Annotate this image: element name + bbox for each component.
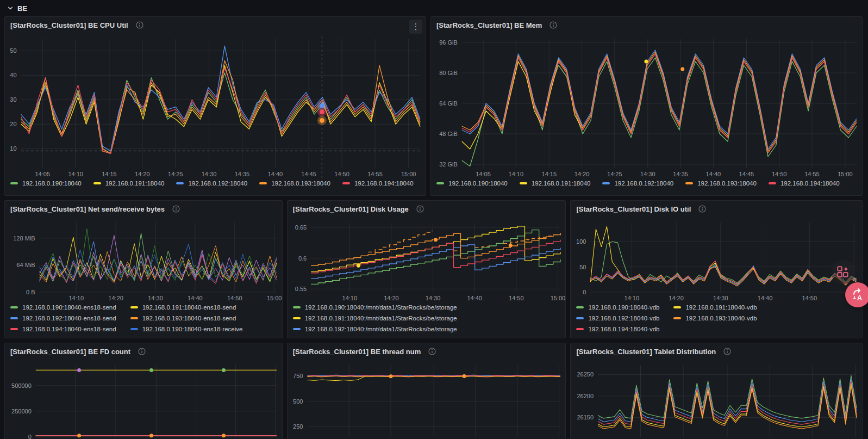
thread-num-chart[interactable]: 250500750 — [288, 360, 566, 439]
legend-item[interactable]: 192.168.0.194:18040-ens18-send — [10, 326, 116, 332]
legend-item[interactable]: 192.168.0.192:18040 — [602, 180, 673, 187]
svg-text:15:00: 15:00 — [267, 295, 282, 301]
legend-item[interactable]: 192.168.0.190:18040-ens18-receive — [130, 326, 243, 332]
disk-io-legend: 192.168.0.190:18040-vdb192.168.0.191:180… — [571, 303, 862, 332]
info-icon[interactable] — [136, 21, 143, 29]
legend-swatch — [576, 317, 584, 319]
legend-swatch — [769, 182, 776, 184]
panel-title[interactable]: [StarRocks_Cluster01] BE thread num — [293, 348, 421, 356]
panel-title[interactable]: [StarRocks_Cluster01] Tablet Distributio… — [576, 348, 716, 356]
panel-be-mem: [StarRocks_Cluster01] BE Mem 14:0514:101… — [430, 16, 863, 196]
svg-text:14:55: 14:55 — [367, 171, 383, 177]
svg-text:14:20: 14:20 — [669, 295, 684, 301]
legend-label: 192.168.0.194:18040-vdb — [588, 326, 659, 332]
svg-text:14:20: 14:20 — [384, 295, 399, 301]
info-icon[interactable] — [549, 21, 557, 29]
legend-item[interactable]: 192.168.0.192:18040-ens18-send — [10, 315, 116, 321]
cpu-util-chart[interactable]: 14:0514:1014:1514:2014:2514:3014:3514:40… — [5, 33, 426, 179]
panel-title[interactable]: [StarRocks_Cluster01] BE Mem — [436, 21, 542, 29]
svg-text:26200: 26200 — [577, 393, 594, 399]
svg-text:50: 50 — [580, 264, 586, 270]
legend-item[interactable]: 192.168.0.191:18040 — [520, 180, 591, 187]
legend-item[interactable]: 192.168.0.191:18040-vdb — [673, 304, 757, 311]
svg-text:14:40: 14:40 — [758, 295, 773, 301]
legend-item[interactable]: 192.168.0.193:18040 — [259, 180, 330, 187]
panel-title[interactable]: [StarRocks_Cluster01] Disk IO util — [576, 205, 691, 213]
svg-text:15:00: 15:00 — [550, 295, 565, 301]
legend-swatch — [576, 328, 584, 330]
legend-item[interactable]: 192.168.0.190:18040 — [10, 180, 82, 187]
info-icon[interactable] — [138, 348, 146, 355]
info-icon[interactable] — [416, 205, 424, 213]
panel-title[interactable]: [StarRocks_Cluster01] BE CPU Util — [10, 21, 128, 29]
legend-item[interactable]: 192.168.0.190:18040 — [436, 180, 508, 187]
mem-chart[interactable]: 14:0514:1014:1514:2014:2514:3014:3514:40… — [431, 33, 862, 179]
legend-item[interactable]: 192.168.0.190:18040-ens18-send — [10, 304, 116, 311]
svg-text:96 GiB: 96 GiB — [439, 39, 458, 46]
panel-title[interactable]: [StarRocks_Cluster01] Net send/receive b… — [10, 205, 165, 213]
panel-title[interactable]: [StarRocks_Cluster01] Disk Usage — [293, 205, 409, 213]
legend-item[interactable]: 192.168.0.192:18040 — [176, 180, 247, 187]
legend-swatch — [436, 182, 444, 184]
svg-text:14:20: 14:20 — [108, 295, 123, 301]
dashboard-grid: [StarRocks_Cluster01] BE CPU Util ⋮ 14:0… — [0, 16, 868, 439]
info-icon[interactable] — [172, 205, 180, 213]
panel-be-thread-num: [StarRocks_Cluster01] BE thread num 2505… — [287, 343, 566, 439]
legend-label: 192.168.0.193:18040 — [697, 180, 757, 187]
disk-io-chart[interactable]: 14:1014:2014:3014:4014:5015:00050100 — [571, 217, 862, 303]
svg-text:14:25: 14:25 — [168, 171, 183, 177]
legend-label: 192.168.0.193:18040-ens18-send — [142, 315, 236, 321]
legend-swatch — [93, 182, 101, 184]
legend-item[interactable]: 192.168.0.194:18040 — [342, 180, 414, 187]
panel-title[interactable]: [StarRocks_Cluster01] BE FD count — [10, 348, 130, 356]
legend-swatch — [10, 182, 18, 184]
svg-text:14:10: 14:10 — [68, 295, 84, 301]
panel-menu-kebab-icon[interactable]: ⋮ — [409, 20, 422, 34]
disk-usage-chart[interactable]: 14:1014:2014:3014:4014:5015:000.550.60.6… — [288, 217, 566, 303]
info-icon[interactable] — [698, 205, 706, 213]
legend-item[interactable]: 192.168.0.194:18040 — [769, 180, 840, 187]
panel-be-cpu-util: [StarRocks_Cluster01] BE CPU Util ⋮ 14:0… — [4, 16, 426, 196]
info-icon[interactable] — [723, 348, 731, 355]
fd-count-chart[interactable]: 0250000500000 — [5, 360, 282, 439]
legend-item[interactable]: 192.168.0.191:18040 — [93, 180, 165, 187]
svg-text:14:15: 14:15 — [102, 171, 117, 177]
svg-text:30: 30 — [10, 96, 16, 103]
svg-text:14:25: 14:25 — [607, 171, 622, 177]
tablet-distribution-chart[interactable]: 261502620026250 — [571, 360, 862, 439]
svg-text:14:50: 14:50 — [334, 171, 349, 177]
legend-item[interactable]: 192.168.0.191:18040:/mnt/data1/StarRocks… — [293, 315, 566, 321]
legend-item[interactable]: 192.168.0.191:18040-ens18-send — [130, 304, 243, 311]
svg-text:14:10: 14:10 — [625, 295, 640, 301]
svg-text:14:30: 14:30 — [425, 295, 440, 301]
legend-item[interactable]: 192.168.0.190:18040-vdb — [576, 304, 659, 311]
svg-text:64 GiB: 64 GiB — [439, 100, 458, 107]
svg-text:14:10: 14:10 — [509, 171, 524, 177]
legend-label: 192.168.0.194:18040 — [780, 180, 840, 187]
extension-widget-icon[interactable] — [831, 260, 855, 284]
legend-item[interactable]: 192.168.0.194:18040-vdb — [576, 326, 659, 332]
legend-item[interactable]: 192.168.0.193:18040 — [685, 180, 757, 187]
legend-swatch — [576, 306, 584, 308]
info-icon[interactable] — [428, 348, 436, 355]
translate-extension-button[interactable]: A — [845, 282, 868, 307]
net-bytes-chart[interactable]: 14:1014:2014:3014:4014:5015:000 B64 MiB1… — [5, 217, 282, 303]
row-title[interactable]: BE — [17, 4, 27, 13]
legend-swatch — [259, 182, 267, 184]
panel-be-fd-count: [StarRocks_Cluster01] BE FD count 025000… — [4, 343, 283, 439]
svg-text:100: 100 — [576, 238, 586, 245]
legend-item[interactable]: 192.168.0.192:18040-vdb — [576, 315, 659, 321]
legend-item[interactable]: 192.168.0.193:18040-vdb — [673, 315, 757, 321]
svg-text:500: 500 — [293, 398, 303, 405]
svg-text:40: 40 — [10, 72, 16, 78]
svg-text:14:50: 14:50 — [509, 295, 524, 301]
legend-label: 192.168.0.191:18040 — [532, 180, 591, 187]
translate-a-glyph: A — [857, 294, 863, 302]
legend-item[interactable]: 192.168.0.190:18040:/mnt/data1/StarRocks… — [293, 304, 566, 311]
legend-item[interactable]: 192.168.0.192:18040:/mnt/data1/StarRocks… — [293, 326, 566, 332]
chevron-down-icon[interactable] — [8, 5, 13, 11]
legend-item[interactable]: 192.168.0.193:18040-ens18-send — [130, 315, 243, 321]
legend-label: 192.168.0.191:18040-vdb — [685, 304, 757, 311]
dashboard-row-header[interactable]: BE — [0, 0, 868, 16]
svg-text:14:15: 14:15 — [542, 171, 557, 177]
